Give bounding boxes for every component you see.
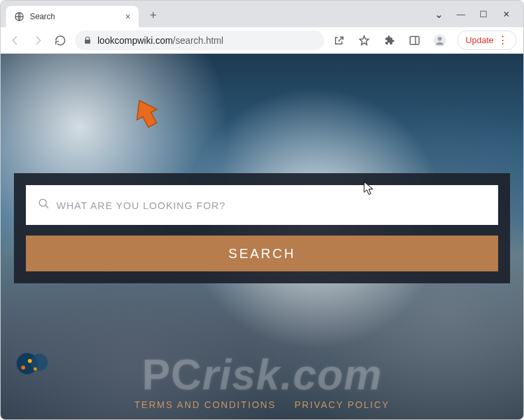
profile-icon[interactable] (432, 33, 448, 48)
url-text: lookcompwiki.com/search.html (98, 35, 224, 46)
url-host: lookcompwiki.com (98, 35, 173, 46)
tab-close-button[interactable]: × (125, 11, 131, 22)
new-tab-button[interactable]: + (144, 6, 163, 25)
window-controls: ⌄ — ☐ ✕ (433, 8, 518, 21)
back-button[interactable] (7, 33, 23, 48)
search-icon (38, 198, 50, 212)
privacy-link[interactable]: PRIVACY POLICY (295, 399, 389, 410)
svg-line-6 (45, 205, 48, 208)
svg-point-4 (438, 36, 442, 40)
terms-link[interactable]: TERMS AND CONDITIONS (135, 399, 276, 410)
url-path: /search.html (173, 35, 224, 46)
close-button[interactable]: ✕ (501, 9, 511, 19)
search-button-label: SEARCH (228, 246, 295, 261)
footer-links: TERMS AND CONDITIONS PRIVACY POLICY (1, 399, 523, 410)
forward-button[interactable] (30, 33, 46, 48)
search-input-container (26, 185, 498, 225)
address-bar[interactable]: lookcompwiki.com/search.html (75, 31, 324, 50)
extensions-icon[interactable] (381, 33, 397, 48)
update-label: Update (466, 35, 493, 45)
minimize-button[interactable]: — (456, 9, 466, 19)
update-button[interactable]: Update ⋮ (457, 31, 517, 50)
maximize-button[interactable]: ☐ (478, 9, 489, 19)
search-panel: SEARCH (14, 173, 510, 283)
globe-icon (14, 11, 25, 22)
share-icon[interactable] (331, 33, 347, 48)
tab-title: Search (30, 12, 55, 21)
menu-dots-icon: ⋮ (497, 34, 508, 46)
svg-rect-1 (410, 36, 419, 44)
reload-button[interactable] (52, 33, 68, 48)
sidepanel-icon[interactable] (407, 33, 423, 48)
search-button[interactable]: SEARCH (26, 236, 498, 271)
browser-toolbar: lookcompwiki.com/search.html Update ⋮ (1, 27, 523, 54)
svg-point-5 (39, 199, 46, 206)
page-viewport: SEARCH PCrisk.com TERMS AND CONDITIONS P… (1, 54, 523, 419)
chevron-down-icon[interactable]: ⌄ (433, 8, 444, 21)
lock-icon (83, 36, 92, 45)
search-input[interactable] (56, 200, 486, 211)
browser-titlebar: Search × + ⌄ — ☐ ✕ (1, 1, 523, 27)
bookmark-star-icon[interactable] (356, 33, 372, 48)
browser-tab[interactable]: Search × (6, 6, 139, 27)
